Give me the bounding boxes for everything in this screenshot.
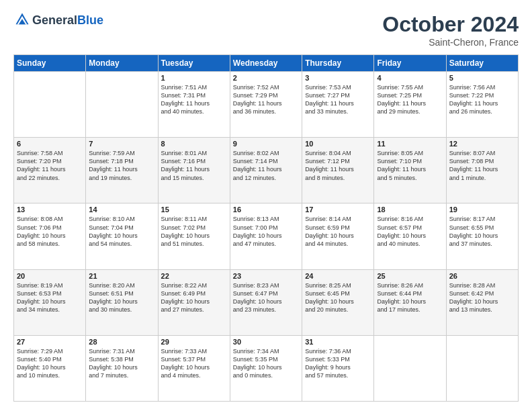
cell-content: Sunrise: 7:52 AM Sunset: 7:29 PM Dayligh… [233, 83, 299, 116]
day-number: 1 [161, 74, 227, 82]
calendar-week-row: 27Sunrise: 7:29 AM Sunset: 5:40 PM Dayli… [14, 335, 519, 401]
day-number: 3 [305, 74, 371, 82]
calendar-week-row: 20Sunrise: 8:19 AM Sunset: 6:53 PM Dayli… [14, 269, 519, 335]
cell-content: Sunrise: 8:07 AM Sunset: 7:08 PM Dayligh… [449, 149, 515, 182]
day-number: 11 [377, 140, 443, 148]
cell-content: Sunrise: 8:02 AM Sunset: 7:14 PM Dayligh… [233, 149, 299, 182]
day-number: 31 [305, 338, 371, 346]
calendar-cell: 29Sunrise: 7:33 AM Sunset: 5:37 PM Dayli… [158, 335, 230, 401]
calendar-cell [14, 72, 86, 138]
cell-content: Sunrise: 8:20 AM Sunset: 6:51 PM Dayligh… [89, 281, 154, 314]
weekday-header: Tuesday [158, 55, 230, 72]
calendar-cell: 6Sunrise: 7:58 AM Sunset: 7:20 PM Daylig… [14, 138, 86, 203]
cell-content: Sunrise: 7:34 AM Sunset: 5:35 PM Dayligh… [233, 347, 299, 380]
cell-content: Sunrise: 8:01 AM Sunset: 7:16 PM Dayligh… [161, 149, 227, 182]
cell-content: Sunrise: 7:29 AM Sunset: 5:40 PM Dayligh… [17, 347, 83, 380]
calendar-cell: 16Sunrise: 8:13 AM Sunset: 7:00 PM Dayli… [230, 203, 302, 269]
weekday-header: Friday [374, 55, 446, 72]
day-number: 8 [161, 140, 227, 148]
cell-content: Sunrise: 8:23 AM Sunset: 6:47 PM Dayligh… [233, 281, 299, 314]
weekday-header: Saturday [446, 55, 518, 72]
day-number: 5 [449, 74, 515, 82]
logo-icon [15, 12, 30, 27]
calendar-cell: 4Sunrise: 7:55 AM Sunset: 7:25 PM Daylig… [374, 72, 446, 138]
calendar-cell [374, 335, 446, 401]
calendar-cell: 27Sunrise: 7:29 AM Sunset: 5:40 PM Dayli… [14, 335, 86, 401]
calendar-cell: 21Sunrise: 8:20 AM Sunset: 6:51 PM Dayli… [86, 269, 158, 335]
location: Saint-Cheron, France [382, 37, 519, 48]
month-title: October 2024 [382, 12, 519, 37]
cell-content: Sunrise: 8:04 AM Sunset: 7:12 PM Dayligh… [305, 149, 371, 182]
day-number: 16 [233, 205, 299, 214]
logo: GeneralBlue [13, 12, 103, 30]
cell-content: Sunrise: 7:31 AM Sunset: 5:38 PM Dayligh… [89, 347, 154, 380]
cell-content: Sunrise: 7:33 AM Sunset: 5:37 PM Dayligh… [161, 347, 227, 380]
cell-content: Sunrise: 7:53 AM Sunset: 7:27 PM Dayligh… [305, 83, 371, 116]
day-number: 6 [17, 140, 83, 148]
calendar-cell: 3Sunrise: 7:53 AM Sunset: 7:27 PM Daylig… [302, 72, 374, 138]
weekday-header: Wednesday [230, 55, 302, 72]
calendar-cell: 1Sunrise: 7:51 AM Sunset: 7:31 PM Daylig… [158, 72, 230, 138]
weekday-row: SundayMondayTuesdayWednesdayThursdayFrid… [14, 55, 519, 72]
day-number: 19 [449, 205, 515, 214]
cell-content: Sunrise: 8:05 AM Sunset: 7:10 PM Dayligh… [377, 149, 443, 182]
calendar-cell: 14Sunrise: 8:10 AM Sunset: 7:04 PM Dayli… [86, 203, 158, 269]
day-number: 9 [233, 140, 299, 148]
cell-content: Sunrise: 8:16 AM Sunset: 6:57 PM Dayligh… [377, 215, 443, 248]
day-number: 2 [233, 74, 299, 82]
calendar-cell: 26Sunrise: 8:28 AM Sunset: 6:42 PM Dayli… [446, 269, 518, 335]
cell-content: Sunrise: 8:28 AM Sunset: 6:42 PM Dayligh… [449, 281, 515, 314]
day-number: 17 [305, 205, 371, 214]
calendar-cell: 18Sunrise: 8:16 AM Sunset: 6:57 PM Dayli… [374, 203, 446, 269]
calendar-cell: 11Sunrise: 8:05 AM Sunset: 7:10 PM Dayli… [374, 138, 446, 203]
logo-general-text: General [32, 13, 77, 27]
calendar-cell: 20Sunrise: 8:19 AM Sunset: 6:53 PM Dayli… [14, 269, 86, 335]
cell-content: Sunrise: 8:14 AM Sunset: 6:59 PM Dayligh… [305, 215, 371, 248]
day-number: 14 [89, 205, 154, 214]
day-number: 23 [233, 272, 299, 280]
day-number: 29 [161, 338, 227, 346]
day-number: 28 [89, 338, 154, 346]
cell-content: Sunrise: 8:10 AM Sunset: 7:04 PM Dayligh… [89, 215, 154, 248]
calendar-cell: 22Sunrise: 8:22 AM Sunset: 6:49 PM Dayli… [158, 269, 230, 335]
cell-content: Sunrise: 8:22 AM Sunset: 6:49 PM Dayligh… [161, 281, 227, 314]
calendar-cell: 28Sunrise: 7:31 AM Sunset: 5:38 PM Dayli… [86, 335, 158, 401]
calendar-cell: 5Sunrise: 7:56 AM Sunset: 7:22 PM Daylig… [446, 72, 518, 138]
day-number: 7 [89, 140, 154, 148]
calendar-body: 1Sunrise: 7:51 AM Sunset: 7:31 PM Daylig… [14, 72, 519, 402]
calendar-cell: 8Sunrise: 8:01 AM Sunset: 7:16 PM Daylig… [158, 138, 230, 203]
cell-content: Sunrise: 8:19 AM Sunset: 6:53 PM Dayligh… [17, 281, 83, 314]
calendar-cell: 2Sunrise: 7:52 AM Sunset: 7:29 PM Daylig… [230, 72, 302, 138]
calendar-cell: 10Sunrise: 8:04 AM Sunset: 7:12 PM Dayli… [302, 138, 374, 203]
calendar-cell: 17Sunrise: 8:14 AM Sunset: 6:59 PM Dayli… [302, 203, 374, 269]
calendar-cell: 15Sunrise: 8:11 AM Sunset: 7:02 PM Dayli… [158, 203, 230, 269]
day-number: 21 [89, 272, 154, 280]
calendar-cell: 9Sunrise: 8:02 AM Sunset: 7:14 PM Daylig… [230, 138, 302, 203]
calendar-header: SundayMondayTuesdayWednesdayThursdayFrid… [14, 55, 519, 72]
cell-content: Sunrise: 8:08 AM Sunset: 7:06 PM Dayligh… [17, 215, 83, 248]
cell-content: Sunrise: 8:17 AM Sunset: 6:55 PM Dayligh… [449, 215, 515, 248]
day-number: 10 [305, 140, 371, 148]
cell-content: Sunrise: 7:51 AM Sunset: 7:31 PM Dayligh… [161, 83, 227, 116]
cell-content: Sunrise: 7:56 AM Sunset: 7:22 PM Dayligh… [449, 83, 515, 116]
day-number: 15 [161, 205, 227, 214]
cell-content: Sunrise: 7:55 AM Sunset: 7:25 PM Dayligh… [377, 83, 443, 116]
calendar-cell: 23Sunrise: 8:23 AM Sunset: 6:47 PM Dayli… [230, 269, 302, 335]
weekday-header: Thursday [302, 55, 374, 72]
header: GeneralBlue October 2024 Saint-Cheron, F… [13, 12, 519, 48]
calendar-cell: 13Sunrise: 8:08 AM Sunset: 7:06 PM Dayli… [14, 203, 86, 269]
cell-content: Sunrise: 8:13 AM Sunset: 7:00 PM Dayligh… [233, 215, 299, 248]
day-number: 27 [17, 338, 83, 346]
calendar-cell: 24Sunrise: 8:25 AM Sunset: 6:45 PM Dayli… [302, 269, 374, 335]
calendar-week-row: 13Sunrise: 8:08 AM Sunset: 7:06 PM Dayli… [14, 203, 519, 269]
day-number: 25 [377, 272, 443, 280]
day-number: 30 [233, 338, 299, 346]
calendar-table: SundayMondayTuesdayWednesdayThursdayFrid… [13, 54, 519, 402]
day-number: 24 [305, 272, 371, 280]
cell-content: Sunrise: 8:11 AM Sunset: 7:02 PM Dayligh… [161, 215, 227, 248]
day-number: 12 [449, 140, 515, 148]
logo-blue-text: Blue [77, 13, 103, 27]
weekday-header: Monday [86, 55, 158, 72]
weekday-header: Sunday [14, 55, 86, 72]
cell-content: Sunrise: 7:36 AM Sunset: 5:33 PM Dayligh… [305, 347, 371, 380]
